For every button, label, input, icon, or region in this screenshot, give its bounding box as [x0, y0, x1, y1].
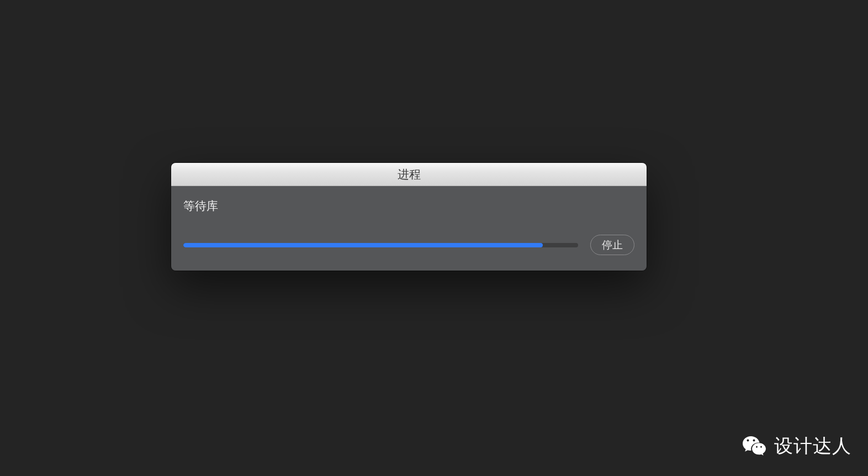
- progress-dialog: 进程 等待库 停止: [171, 163, 647, 271]
- watermark: 设计达人: [741, 433, 851, 459]
- progress-bar: [183, 243, 578, 247]
- dialog-title: 进程: [398, 167, 421, 182]
- progress-fill: [183, 243, 543, 247]
- watermark-text: 设计达人: [774, 433, 851, 459]
- wechat-icon: [741, 433, 768, 459]
- status-label: 等待库: [183, 198, 634, 214]
- dialog-body: 等待库 停止: [171, 186, 647, 271]
- stop-button[interactable]: 停止: [590, 235, 634, 255]
- progress-row: 停止: [183, 235, 634, 255]
- dialog-titlebar: 进程: [171, 163, 647, 186]
